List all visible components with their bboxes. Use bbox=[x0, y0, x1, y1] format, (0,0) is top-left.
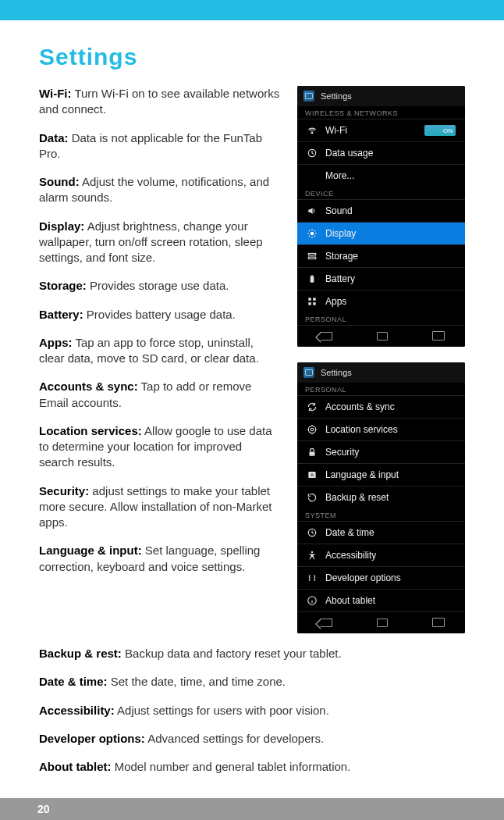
settings-row-storage[interactable]: Storage bbox=[297, 244, 465, 267]
definition-item: Storage: Provides storage use data. bbox=[39, 278, 280, 294]
settings-icon bbox=[303, 91, 314, 102]
definitions-below: Backup & rest: Backup data and factory r… bbox=[39, 646, 465, 775]
screenshot-settings-personal: Settings PERSONAL Accounts & syncLocatio… bbox=[297, 362, 465, 633]
row-label: Accounts & sync bbox=[325, 401, 395, 412]
svg-point-2 bbox=[311, 232, 314, 236]
nav-home-icon[interactable] bbox=[377, 332, 388, 340]
definition-desc: Data is not applicable for the FunTab Pr… bbox=[39, 131, 262, 160]
settings-row-backup-reset[interactable]: Backup & reset bbox=[297, 486, 465, 508]
row-label: Security bbox=[325, 447, 359, 458]
definition-term: Language & input: bbox=[39, 544, 142, 557]
definition-desc: Provides storage use data. bbox=[87, 279, 229, 292]
dev-icon bbox=[307, 572, 318, 583]
row-label: Sound bbox=[325, 205, 353, 216]
definition-item: Accessibility: Adjust settings for users… bbox=[39, 703, 465, 718]
settings-row-about-tablet[interactable]: About tablet bbox=[297, 589, 465, 611]
nav-home-icon[interactable] bbox=[377, 619, 388, 627]
svg-rect-5 bbox=[311, 276, 314, 283]
nav-recent-icon[interactable] bbox=[432, 333, 443, 340]
row-label: Apps bbox=[325, 296, 346, 307]
nav-back-icon[interactable] bbox=[320, 332, 332, 340]
header-title: Settings bbox=[321, 368, 352, 377]
definitions-column: Wi-Fi: Turn Wi-Fi on to see available ne… bbox=[39, 86, 280, 633]
page-footer: 20 bbox=[0, 798, 504, 820]
settings-row-accessibility[interactable]: Accessibility bbox=[297, 544, 465, 566]
settings-row-apps[interactable]: Apps bbox=[297, 290, 465, 312]
storage-icon bbox=[307, 251, 318, 262]
definition-term: Location services: bbox=[39, 424, 142, 437]
definition-desc: Provides battery usage data. bbox=[83, 308, 236, 321]
definition-item: Battery: Provides battery usage data. bbox=[39, 307, 280, 323]
settings-row-more-[interactable]: More... bbox=[297, 164, 465, 187]
section-personal: PERSONAL bbox=[297, 383, 465, 395]
screenshot-settings-device: Settings WIRELESS & NETWORKS Wi-FiONData… bbox=[297, 86, 465, 347]
location-icon bbox=[307, 424, 318, 435]
definition-term: Developer options: bbox=[39, 732, 145, 745]
section-personal: PERSONAL bbox=[297, 312, 465, 325]
settings-row-security[interactable]: Security bbox=[297, 440, 465, 463]
row-label: About tablet bbox=[325, 595, 375, 606]
definition-term: About tablet: bbox=[39, 760, 111, 773]
definition-desc: Model number and general tablet informat… bbox=[111, 760, 350, 773]
settings-row-date-time[interactable]: Date & time bbox=[297, 521, 465, 544]
svg-point-17 bbox=[311, 551, 313, 553]
settings-row-developer-options[interactable]: Developer options bbox=[297, 566, 465, 589]
security-icon bbox=[307, 447, 318, 458]
nav-recent-icon[interactable] bbox=[432, 619, 443, 627]
settings-row-location-services[interactable]: Location services bbox=[297, 418, 465, 440]
svg-rect-8 bbox=[313, 298, 316, 301]
definition-item: Language & input: Set language, spelling… bbox=[39, 543, 280, 575]
svg-rect-3 bbox=[308, 254, 315, 255]
header-title: Settings bbox=[321, 91, 352, 101]
settings-icon bbox=[303, 367, 314, 378]
row-label: Data usage bbox=[325, 148, 373, 159]
apps-icon bbox=[307, 296, 318, 307]
definition-term: Apps: bbox=[39, 336, 73, 349]
definition-item: Apps: Tap an app to force stop, uninstal… bbox=[39, 335, 280, 367]
definition-term: Accessibility: bbox=[39, 704, 115, 717]
settings-row-wi-fi[interactable]: Wi-FiON bbox=[297, 119, 465, 141]
backup-icon bbox=[307, 492, 318, 503]
row-label: Battery bbox=[325, 273, 355, 284]
svg-rect-13 bbox=[310, 451, 315, 455]
data-icon bbox=[307, 148, 318, 159]
top-bar bbox=[0, 0, 504, 20]
nav-back-icon[interactable] bbox=[320, 619, 332, 627]
settings-row-data-usage[interactable]: Data usage bbox=[297, 141, 465, 164]
row-label: Language & input bbox=[325, 469, 399, 480]
definition-item: Wi-Fi: Turn Wi-Fi on to see available ne… bbox=[39, 86, 280, 118]
android-header: Settings bbox=[297, 86, 465, 106]
wifi-icon bbox=[307, 125, 318, 136]
definition-item: Security: adjust settings to make your t… bbox=[39, 483, 280, 531]
definition-desc: Advanced settings for developers. bbox=[145, 732, 324, 745]
settings-row-language-input[interactable]: ALanguage & input bbox=[297, 463, 465, 486]
definition-term: Battery: bbox=[39, 308, 83, 321]
settings-row-accounts-sync[interactable]: Accounts & sync bbox=[297, 395, 465, 418]
row-label: Backup & reset bbox=[325, 492, 389, 503]
svg-point-0 bbox=[311, 132, 313, 134]
settings-row-display[interactable]: Display bbox=[297, 222, 465, 244]
page-number: 20 bbox=[37, 803, 50, 815]
row-label: Location services bbox=[325, 424, 398, 435]
definition-item: Location services: Allow google to use d… bbox=[39, 423, 280, 471]
definition-item: Backup & rest: Backup data and factory r… bbox=[39, 646, 465, 661]
toggle-on[interactable]: ON bbox=[424, 125, 456, 136]
definition-item: Display: Adjust brightness, change your … bbox=[39, 219, 280, 266]
definition-item: Developer options: Advanced settings for… bbox=[39, 731, 465, 747]
sync-icon bbox=[307, 401, 318, 412]
definition-term: Wi-Fi: bbox=[39, 87, 72, 100]
page-title: Settings bbox=[39, 44, 465, 70]
definition-item: Accounts & sync: Tap to add or remove Em… bbox=[39, 379, 280, 411]
about-icon bbox=[307, 595, 318, 606]
svg-point-12 bbox=[308, 426, 315, 433]
row-label: Date & time bbox=[325, 527, 374, 538]
definition-term: Display: bbox=[39, 219, 84, 233]
definition-desc: Set the date, time, and time zone. bbox=[108, 675, 286, 688]
sound-icon bbox=[307, 205, 318, 216]
android-navbar bbox=[297, 325, 465, 347]
definition-desc: Adjust settings for users with poor visi… bbox=[115, 704, 329, 717]
settings-row-sound[interactable]: Sound bbox=[297, 199, 465, 222]
definition-desc: Turn Wi-Fi on to see available networks … bbox=[39, 87, 279, 116]
definition-term: Security: bbox=[39, 484, 89, 497]
settings-row-battery[interactable]: Battery bbox=[297, 267, 465, 290]
